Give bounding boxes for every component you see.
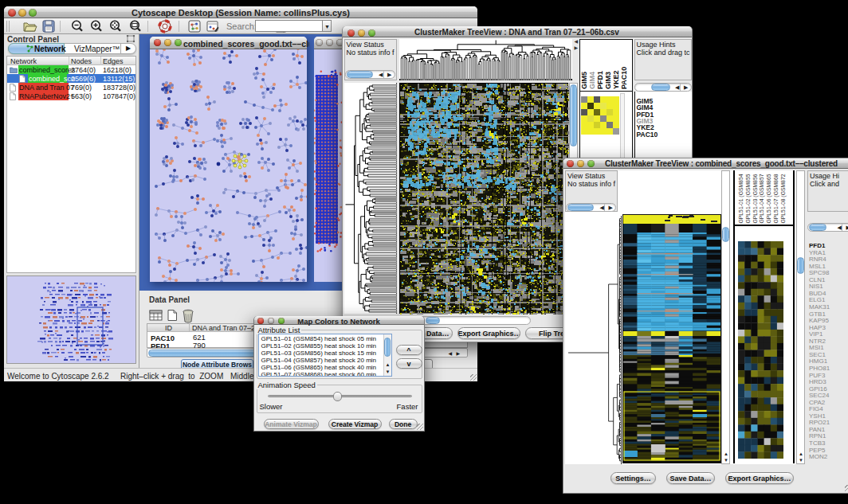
svg-text:GPL51-08 (GSM872: GPL51-08 (GSM872: [780, 174, 787, 223]
svg-text:GPL51-01 (GSM854: GPL51-01 (GSM854: [738, 174, 744, 223]
svg-text:GPL51-06 (GSM865: GPL51-06 (GSM865: [766, 174, 772, 223]
svg-text:GPL51-07 (GSM868: GPL51-07 (GSM868: [773, 174, 779, 223]
svg-text:GIM4: GIM4: [588, 72, 596, 89]
svg-text:GIM5: GIM5: [580, 72, 588, 89]
svg-text:GPL51-04 (GSM857: GPL51-04 (GSM857: [759, 174, 765, 223]
svg-text:GPL51-02 (GSM855: GPL51-02 (GSM855: [745, 174, 752, 223]
svg-text:PFD1: PFD1: [596, 71, 604, 89]
svg-text:YKE2: YKE2: [612, 70, 620, 89]
svg-text:PAC10: PAC10: [620, 67, 628, 89]
svg-text:GIM3: GIM3: [604, 72, 612, 89]
svg-text:GPL51-03 (GSM856: GPL51-03 (GSM856: [752, 174, 759, 223]
